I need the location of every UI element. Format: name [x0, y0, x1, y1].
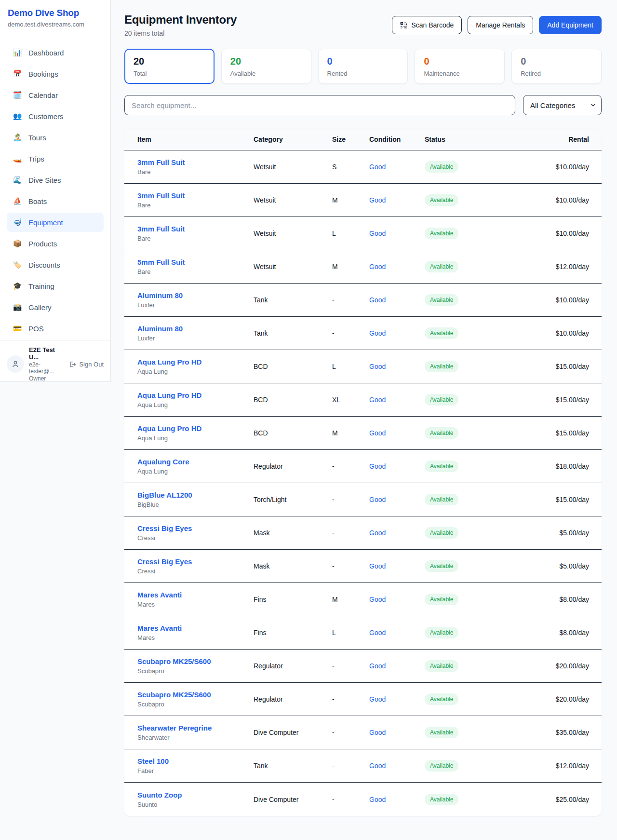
item-name-link[interactable]: Mares Avanti — [137, 591, 254, 599]
add-equipment-button[interactable]: Add Equipment — [539, 16, 602, 34]
rental-price: $8.00/day — [521, 629, 589, 637]
condition-link[interactable]: Good — [369, 662, 425, 670]
items-total-count: 20 items total — [124, 29, 237, 37]
sidebar-item-products[interactable]: 📦 Products — [7, 234, 104, 253]
item-cell: Aqua Lung Pro HD Aqua Lung — [137, 391, 254, 408]
stat-value: 20 — [230, 56, 302, 67]
sidebar-item-boats[interactable]: ⛵ Boats — [7, 191, 104, 211]
item-cell: BigBlue AL1200 BigBlue — [137, 491, 254, 508]
condition-link[interactable]: Good — [369, 196, 425, 204]
nav-item-label: Calendar — [28, 91, 58, 99]
size-cell: - — [332, 296, 369, 304]
search-input[interactable] — [124, 95, 515, 115]
sidebar-item-discounts[interactable]: 🏷️ Discounts — [7, 255, 104, 274]
scan-barcode-button[interactable]: Scan Barcode — [392, 16, 462, 34]
stat-value: 0 — [327, 56, 399, 67]
sidebar-item-customers[interactable]: 👥 Customers — [7, 107, 104, 126]
item-name-link[interactable]: 5mm Full Suit — [137, 258, 254, 266]
page-title: Equipment Inventory — [124, 13, 237, 27]
stat-card-available[interactable]: 20 Available — [221, 49, 311, 84]
manage-rentals-label: Manage Rentals — [476, 21, 525, 29]
item-brand: Luxfer — [137, 301, 254, 309]
sidebar-item-tours[interactable]: 🏝️ Tours — [7, 128, 104, 147]
sidebar-item-bookings[interactable]: 📅 Bookings — [7, 64, 104, 83]
condition-link[interactable]: Good — [369, 529, 425, 537]
condition-link[interactable]: Good — [369, 296, 425, 304]
nav-item-label: Trips — [28, 155, 44, 163]
item-name-link[interactable]: Aqua Lung Pro HD — [137, 391, 254, 399]
condition-link[interactable]: Good — [369, 429, 425, 437]
status-badge: Available — [425, 228, 458, 239]
manage-rentals-button[interactable]: Manage Rentals — [468, 16, 533, 34]
item-brand: Scubapro — [137, 667, 254, 675]
item-name-link[interactable]: Cressi Big Eyes — [137, 557, 254, 566]
sidebar-item-gallery[interactable]: 📸 Gallery — [7, 298, 104, 317]
status-cell: Available — [425, 194, 521, 206]
item-name-link[interactable]: Aqualung Core — [137, 458, 254, 466]
sidebar-item-trips[interactable]: 🚤 Trips — [7, 149, 104, 168]
size-cell: - — [332, 662, 369, 670]
condition-link[interactable]: Good — [369, 230, 425, 237]
rental-price: $15.00/day — [521, 396, 589, 404]
condition-link[interactable]: Good — [369, 163, 425, 171]
rental-price: $10.00/day — [521, 163, 589, 171]
item-name-link[interactable]: Aluminum 80 — [137, 291, 254, 299]
condition-link[interactable]: Good — [369, 496, 425, 503]
rental-price: $35.00/day — [521, 729, 589, 736]
rental-price: $12.00/day — [521, 762, 589, 770]
item-brand: Mares — [137, 634, 254, 641]
logout-icon — [69, 361, 76, 368]
sidebar-item-pos[interactable]: 💳 POS — [7, 319, 104, 338]
bar-chart-icon: 📊 — [13, 48, 22, 57]
column-header-condition: Condition — [369, 135, 425, 143]
condition-link[interactable]: Good — [369, 363, 425, 370]
condition-link[interactable]: Good — [369, 796, 425, 803]
size-cell: - — [332, 496, 369, 503]
item-name-link[interactable]: Aluminum 80 — [137, 325, 254, 333]
condition-link[interactable]: Good — [369, 729, 425, 736]
sidebar-item-calendar[interactable]: 🗓️ Calendar — [7, 85, 104, 105]
item-name-link[interactable]: Aqua Lung Pro HD — [137, 424, 254, 433]
status-badge: Available — [425, 627, 458, 638]
sign-out-button[interactable]: Sign Out — [69, 361, 104, 368]
item-name-link[interactable]: 3mm Full Suit — [137, 191, 254, 200]
condition-link[interactable]: Good — [369, 762, 425, 770]
item-cell: Mares Avanti Mares — [137, 624, 254, 641]
stat-card-rented[interactable]: 0 Rented — [318, 49, 408, 84]
item-name-link[interactable]: Aqua Lung Pro HD — [137, 358, 254, 366]
item-name-link[interactable]: BigBlue AL1200 — [137, 491, 254, 499]
item-name-link[interactable]: Scubapro MK25/S600 — [137, 657, 254, 665]
item-name-link[interactable]: Steel 100 — [137, 757, 254, 765]
condition-link[interactable]: Good — [369, 396, 425, 404]
item-name-link[interactable]: Cressi Big Eyes — [137, 524, 254, 532]
status-cell: Available — [425, 161, 521, 173]
condition-link[interactable]: Good — [369, 462, 425, 470]
stat-card-maintenance[interactable]: 0 Maintenance — [415, 49, 505, 84]
sidebar-item-training[interactable]: 🎓 Training — [7, 276, 104, 296]
item-name-link[interactable]: 3mm Full Suit — [137, 225, 254, 233]
item-name-link[interactable]: Shearwater Peregrine — [137, 724, 254, 732]
item-cell: Aluminum 80 Luxfer — [137, 291, 254, 309]
scan-barcode-label: Scan Barcode — [411, 21, 454, 29]
category-select[interactable]: All Categories — [523, 95, 602, 115]
item-name-link[interactable]: Mares Avanti — [137, 624, 254, 632]
item-name-link[interactable]: Scubapro MK25/S600 — [137, 691, 254, 699]
condition-link[interactable]: Good — [369, 263, 425, 271]
status-badge: Available — [425, 594, 458, 605]
condition-link[interactable]: Good — [369, 562, 425, 570]
stat-card-total[interactable]: 20 Total — [124, 49, 215, 84]
condition-link[interactable]: Good — [369, 329, 425, 337]
condition-link[interactable]: Good — [369, 695, 425, 703]
category-cell: Mask — [254, 529, 332, 537]
stat-card-retired[interactable]: 0 Retired — [511, 49, 602, 84]
status-badge: Available — [425, 760, 458, 772]
sidebar-item-dashboard[interactable]: 📊 Dashboard — [7, 43, 104, 62]
page-header: Equipment Inventory 20 items total Scan … — [124, 13, 602, 37]
sidebar-nav: 📊 Dashboard 📅 Bookings 🗓️ Calendar 👥 Cus… — [0, 35, 110, 340]
item-name-link[interactable]: Suunto Zoop — [137, 791, 254, 799]
sidebar-item-dive-sites[interactable]: 🌊 Dive Sites — [7, 170, 104, 190]
condition-link[interactable]: Good — [369, 596, 425, 603]
condition-link[interactable]: Good — [369, 629, 425, 637]
sidebar-item-equipment[interactable]: 🤿 Equipment — [7, 213, 104, 232]
item-name-link[interactable]: 3mm Full Suit — [137, 158, 254, 166]
